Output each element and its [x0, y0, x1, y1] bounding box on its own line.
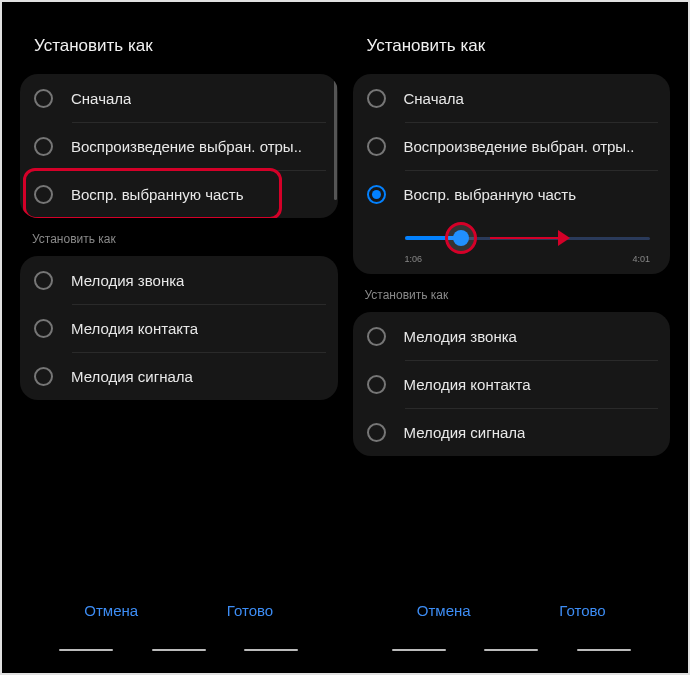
option-contact-ringtone[interactable]: Мелодия контакта — [20, 304, 338, 352]
radio-icon — [367, 89, 386, 108]
play-mode-card: Сначала Воспроизведение выбран. отры.. В… — [20, 74, 338, 218]
option-label: Мелодия звонка — [404, 328, 517, 345]
option-label: Воспр. выбранную часть — [71, 186, 244, 203]
section-subheader: Установить как — [20, 218, 338, 256]
dialog-title: Установить как — [353, 10, 671, 74]
set-as-card: Мелодия звонка Мелодия контакта Мелодия … — [20, 256, 338, 400]
option-play-excerpt[interactable]: Воспроизведение выбран. отры.. — [353, 122, 671, 170]
section-subheader: Установить как — [353, 274, 671, 312]
option-ringtone[interactable]: Мелодия звонка — [20, 256, 338, 304]
footer: Отмена Готово — [20, 592, 338, 652]
option-alarm-tone[interactable]: Мелодия сигнала — [353, 408, 671, 456]
set-as-card: Мелодия звонка Мелодия контакта Мелодия … — [353, 312, 671, 456]
nav-home[interactable] — [484, 649, 538, 652]
slider-end-time: 4:01 — [632, 254, 650, 264]
play-mode-card: Сначала Воспроизведение выбран. отры.. В… — [353, 74, 671, 274]
option-play-excerpt[interactable]: Воспроизведение выбран. отры.. — [20, 122, 338, 170]
radio-icon — [367, 423, 386, 442]
radio-icon-checked — [367, 185, 386, 204]
slider-thumb[interactable] — [453, 230, 469, 246]
option-contact-ringtone[interactable]: Мелодия контакта — [353, 360, 671, 408]
option-label: Мелодия звонка — [71, 272, 184, 289]
radio-icon — [34, 319, 53, 338]
radio-icon — [367, 375, 386, 394]
option-label: Воспроизведение выбран. отры.. — [71, 138, 302, 155]
option-ringtone[interactable]: Мелодия звонка — [353, 312, 671, 360]
nav-home[interactable] — [152, 649, 206, 652]
option-label: Мелодия сигнала — [404, 424, 526, 441]
option-label: Мелодия сигнала — [71, 368, 193, 385]
option-label: Мелодия контакта — [404, 376, 531, 393]
radio-icon — [34, 89, 53, 108]
done-button[interactable]: Готово — [207, 592, 293, 629]
screenshot-canvas: Установить как Сначала Воспроизведение в… — [0, 0, 690, 675]
option-alarm-tone[interactable]: Мелодия сигнала — [20, 352, 338, 400]
dialog-title: Установить как — [20, 10, 338, 74]
option-play-selected-part[interactable]: Воспр. выбранную часть — [353, 170, 671, 218]
option-from-start[interactable]: Сначала — [20, 74, 338, 122]
radio-icon — [34, 185, 53, 204]
option-label: Сначала — [404, 90, 464, 107]
slider-start-time: 1:06 — [405, 254, 423, 264]
radio-icon — [34, 137, 53, 156]
cancel-button[interactable]: Отмена — [64, 592, 158, 629]
radio-icon — [34, 367, 53, 386]
option-label: Сначала — [71, 90, 131, 107]
radio-icon — [34, 271, 53, 290]
audio-range-slider: 1:06 4:01 — [353, 218, 671, 274]
footer: Отмена Готово — [353, 592, 671, 652]
nav-recents[interactable] — [59, 649, 113, 652]
option-from-start[interactable]: Сначала — [353, 74, 671, 122]
done-button[interactable]: Готово — [539, 592, 625, 629]
scrollbar[interactable] — [334, 80, 337, 200]
nav-back[interactable] — [577, 649, 631, 652]
nav-recents[interactable] — [392, 649, 446, 652]
option-label: Воспр. выбранную часть — [404, 186, 577, 203]
cancel-button[interactable]: Отмена — [397, 592, 491, 629]
option-label: Воспроизведение выбран. отры.. — [404, 138, 635, 155]
gesture-navbar — [353, 649, 671, 652]
phone-left: Установить как Сначала Воспроизведение в… — [20, 10, 338, 665]
radio-icon — [367, 137, 386, 156]
option-play-selected-part[interactable]: Воспр. выбранную часть — [20, 170, 338, 218]
radio-icon — [367, 327, 386, 346]
option-label: Мелодия контакта — [71, 320, 198, 337]
phone-right: Установить как Сначала Воспроизведение в… — [353, 10, 671, 665]
nav-back[interactable] — [244, 649, 298, 652]
gesture-navbar — [20, 649, 338, 652]
